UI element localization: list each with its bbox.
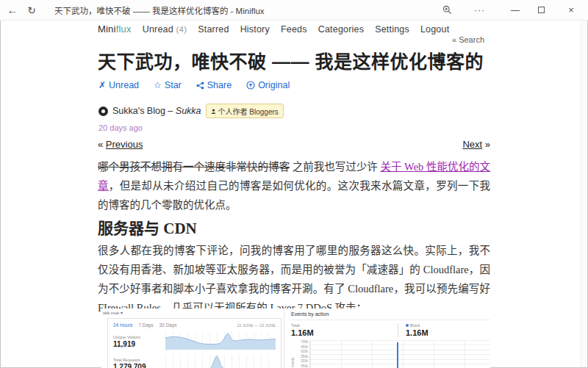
section-heading: 服务器与 CDN xyxy=(98,216,197,238)
back-icon[interactable]: ← xyxy=(3,4,22,16)
logo-flux: flux xyxy=(116,24,132,35)
logo-mini: Mini xyxy=(98,24,116,35)
window-title: 天下武功，唯快不破 —— 我是这样优化博客的 - Miniflux xyxy=(54,4,265,16)
nav-item-starred[interactable]: Starred xyxy=(198,24,229,35)
paragraph-text: 之前我也写过少许 xyxy=(290,161,380,173)
block-label: Block xyxy=(410,323,420,328)
miniflux-logo[interactable]: Miniflux xyxy=(98,24,132,35)
events-panel-title: Events by action xyxy=(291,309,490,320)
entry-meta: Sukka's Blog – Sukka 个人作者 Bloggers xyxy=(98,104,284,118)
search-toggle[interactable]: « Search xyxy=(452,35,484,44)
unread-label: Unread xyxy=(109,80,139,90)
metric-label: Total Requests xyxy=(113,358,165,362)
y-tick: 450k xyxy=(296,364,308,368)
y-axis-label: events xyxy=(291,340,296,368)
badge-label: 个人作者 Bloggers xyxy=(218,106,279,117)
page-content: Miniflux Unread (4) Starred History Feed… xyxy=(98,21,490,368)
site-dropdown: skk.moe ▾ xyxy=(103,310,123,315)
author-separator: – xyxy=(168,106,173,116)
nav-item-unread[interactable]: Unread (4) xyxy=(143,24,187,35)
more-options-icon[interactable]: ··· xyxy=(474,5,485,15)
minimize-icon[interactable]: — xyxy=(504,5,526,15)
nav-item-logout[interactable]: Logout xyxy=(420,24,449,35)
metric-row: Total Requests 1,279,709 xyxy=(108,353,281,368)
feed-avatar-icon xyxy=(98,107,108,116)
share-icon xyxy=(196,82,204,90)
events-plot-area xyxy=(309,340,490,368)
total-value: 1.16M xyxy=(291,328,398,337)
share-label: Share xyxy=(207,80,232,90)
total-requests-area-chart xyxy=(165,355,276,368)
original-link[interactable]: Original xyxy=(246,80,290,90)
nav-item-history[interactable]: History xyxy=(240,24,270,35)
external-link-icon xyxy=(246,81,255,90)
star-icon: ☆ xyxy=(154,80,162,90)
nav-item-settings[interactable]: Settings xyxy=(375,24,409,35)
close-icon[interactable]: × xyxy=(560,4,582,15)
original-label: Original xyxy=(258,80,290,90)
article-title: 天下武功，唯快不破 —— 我是这样优化博客的 xyxy=(98,47,490,73)
prev-chevron: « xyxy=(98,139,106,150)
star-label: Star xyxy=(165,80,182,90)
unique-visitors-area-chart xyxy=(165,332,276,351)
previous-entry-link[interactable]: « Previous xyxy=(98,139,143,150)
block-legend-dot xyxy=(406,324,409,327)
share-button[interactable]: Share xyxy=(196,80,232,90)
block-spike xyxy=(397,342,398,368)
article-paragraph-1: 哪个男孩不想拥有一个速度非常快的博客 之前我也写过少许 关于 Web 性能优化的… xyxy=(98,157,490,214)
article-paragraph-2: 很多人都在我的博客下评论，问我的博客用了哪里的服务器这么快。实际上，我不仅没有用… xyxy=(98,241,490,317)
next-chevron: » xyxy=(482,139,490,150)
unread-count: (4) xyxy=(176,25,187,34)
tab-30-days: 30 Days xyxy=(159,322,177,328)
toggle-unread-button[interactable]: ✗ Unread xyxy=(98,80,139,90)
maximize-icon[interactable] xyxy=(538,7,545,13)
main-nav: Miniflux Unread (4) Starred History Feed… xyxy=(98,24,449,35)
metric-label: Unique Visitors xyxy=(113,335,165,339)
nav-item-feeds[interactable]: Feeds xyxy=(281,24,307,35)
total-label: Total xyxy=(291,323,398,328)
prev-label: Previous xyxy=(106,139,143,150)
analytics-card: 24 Hours 7 Days 30 Days 22 JUNE — 23 JUN… xyxy=(107,318,282,368)
metric-row: Unique Visitors 11,919 xyxy=(108,330,281,353)
total-stat: Total 1.16M xyxy=(291,323,398,337)
star-button[interactable]: ☆ Star xyxy=(154,80,182,90)
events-by-action-panel: Events by action Total 1.16M Block 1.16M… xyxy=(284,309,490,368)
next-entry-link[interactable]: Next » xyxy=(462,139,490,150)
feed-name: Sukka's Blog xyxy=(112,106,165,116)
nav-item-categories[interactable]: Categories xyxy=(318,24,364,35)
nav-label: Unread xyxy=(143,24,173,35)
category-badge: 个人作者 Bloggers xyxy=(206,104,284,118)
paragraph-text: ，但是却从未介绍过自己的博客是如何优化的。这次我来水篇文章，罗列一下我的博客的几… xyxy=(98,180,490,211)
tab-7-days: 7 Days xyxy=(138,322,153,328)
refresh-icon[interactable]: ↻ xyxy=(22,4,41,16)
entry-actions: ✗ Unread ☆ Star Share Original xyxy=(98,80,290,90)
window-titlebar: ← ↻ 天下武功，唯快不破 —— 我是这样优化博客的 - Miniflux ··… xyxy=(0,0,588,21)
article-image: skk.moe ▾ 24 Hours 7 Days 30 Days 22 JUN… xyxy=(101,309,490,368)
strikethrough-text: 哪个男孩不想拥有一个速度非常快的博客 xyxy=(98,161,290,173)
feed-title-link[interactable]: Sukka's Blog – Sukka xyxy=(112,106,201,116)
events-stats: Total 1.16M Block 1.16M xyxy=(291,323,490,337)
block-value: 1.16M xyxy=(406,328,429,337)
zoom-icon[interactable] xyxy=(442,5,452,15)
entry-date: 20 days ago xyxy=(98,123,143,132)
date-range-label: 22 JUNE — 23 JUNE xyxy=(237,323,276,328)
range-tabs: 24 Hours 7 Days 30 Days 22 JUNE — 23 JUN… xyxy=(108,319,281,330)
block-stat: Block 1.16M xyxy=(398,323,429,337)
y-axis-ticks: 700k 650k 600k 550k 500k 450k 400k xyxy=(296,340,309,368)
author-name: Sukka xyxy=(176,106,201,116)
entry-pagination: « Previous Next » xyxy=(98,139,490,150)
unread-x-icon: ✗ xyxy=(98,80,106,90)
metric-value: 11,919 xyxy=(113,340,165,348)
next-label: Next xyxy=(462,139,482,150)
metric-value: 1,279,709 xyxy=(113,363,165,368)
tab-24-hours: 24 Hours xyxy=(113,322,132,328)
events-line-chart: events 700k 650k 600k 550k 500k 450k 400… xyxy=(291,340,490,368)
scrollbar-track[interactable] xyxy=(581,21,587,367)
person-icon xyxy=(211,109,216,114)
